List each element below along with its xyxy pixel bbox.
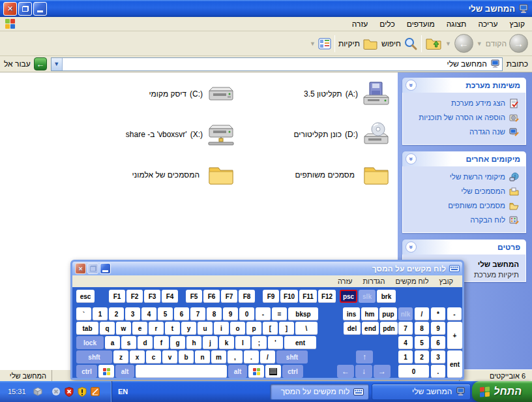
- osk-key-windows-key-right[interactable]: [248, 365, 264, 378]
- search-button[interactable]: חיפוש: [381, 37, 418, 51]
- osk-key-9[interactable]: 9: [223, 307, 238, 320]
- osk-key-3[interactable]: 3: [125, 307, 140, 320]
- osk-key-5[interactable]: 5: [158, 307, 173, 320]
- osk-key-numpad-multiply[interactable]: *: [431, 307, 445, 320]
- drive-x-item[interactable]: (X:) 'vboxsvr' ב- share: [81, 122, 236, 147]
- osk-key-numpad-0[interactable]: 0: [398, 365, 429, 378]
- osk-key-home[interactable]: hm: [361, 307, 378, 320]
- osk-key-numpad-minus[interactable]: -: [447, 307, 462, 320]
- osk-key-j[interactable]: j: [203, 336, 218, 349]
- forward-dropdown-icon[interactable]: ▼: [445, 40, 451, 47]
- hidden-notification-icon[interactable]: [51, 386, 61, 397]
- osk-key-F2[interactable]: F2: [126, 290, 143, 303]
- menu-view[interactable]: תצוגה: [441, 18, 473, 31]
- osk-key-numpad-4[interactable]: 4: [398, 336, 413, 349]
- osk-key-t[interactable]: t: [165, 322, 180, 335]
- osk-key-quote[interactable]: ': [268, 336, 283, 349]
- osk-key-o[interactable]: o: [230, 322, 245, 335]
- osk-key-x[interactable]: x: [130, 350, 145, 363]
- osk-key-numpad-dot[interactable]: .: [431, 365, 445, 378]
- osk-key-alt-right[interactable]: alt: [228, 365, 247, 378]
- osk-key-m[interactable]: m: [211, 350, 226, 363]
- osk-key-arrow-up[interactable]: ↑: [356, 350, 373, 363]
- osk-key-7[interactable]: 7: [190, 307, 205, 320]
- osk-key-z[interactable]: z: [113, 350, 128, 363]
- osk-key-arrow-left[interactable]: ←: [337, 365, 354, 378]
- menu-edit[interactable]: עריכה: [472, 18, 503, 31]
- osk-key-4[interactable]: 4: [141, 307, 156, 320]
- osk-key-arrow-right[interactable]: →: [374, 365, 391, 378]
- osk-key-numpad-3[interactable]: 3: [431, 350, 445, 363]
- osk-key-1[interactable]: 1: [93, 307, 108, 320]
- menu-tools[interactable]: כלים: [374, 18, 400, 31]
- osk-key-caps-lock[interactable]: lock: [76, 336, 104, 349]
- link-shared-documents[interactable]: מסמכים משותפים: [407, 201, 519, 211]
- user-documents-item[interactable]: המסמכים של אלמוני: [81, 162, 236, 187]
- osk-key-end[interactable]: end: [362, 322, 379, 335]
- osk-menu-settings[interactable]: הגדרות: [359, 276, 389, 286]
- osk-menu-help[interactable]: עזרה: [334, 276, 356, 286]
- osk-key-numpad-2[interactable]: 2: [415, 350, 429, 363]
- osk-key-F6[interactable]: F6: [203, 290, 220, 303]
- osk-key-shift-left[interactable]: shft: [76, 350, 112, 363]
- drive-a-item[interactable]: (A:) תקליטון 3.5: [236, 82, 391, 106]
- osk-key-F7[interactable]: F7: [221, 290, 237, 303]
- security-alert-shield-icon[interactable]: [64, 386, 74, 397]
- osk-key-space[interactable]: [136, 365, 227, 378]
- osk-key-v[interactable]: v: [162, 350, 177, 363]
- osk-key-g[interactable]: g: [170, 336, 185, 349]
- task-add-remove-programs[interactable]: הוספה או הסרה של תוכניות: [407, 113, 519, 123]
- osk-key-k[interactable]: k: [219, 336, 234, 349]
- link-control-panel[interactable]: לוח הבקרה: [407, 215, 519, 225]
- osk-key-u[interactable]: u: [198, 322, 213, 335]
- minimize-icon[interactable]: [33, 2, 47, 16]
- osk-key-8[interactable]: 8: [207, 307, 222, 320]
- osk-key-insert[interactable]: ins: [343, 307, 360, 320]
- osk-key-numpad-enter[interactable]: ent: [447, 350, 462, 378]
- virtualbox-icon[interactable]: [33, 386, 43, 397]
- menu-favorites[interactable]: מועדפים: [401, 18, 441, 31]
- osk-key-equals[interactable]: =: [272, 307, 287, 320]
- back-button[interactable]: → הקודם: [486, 34, 528, 53]
- osk-key-b[interactable]: b: [179, 350, 194, 363]
- menu-file[interactable]: קובץ: [504, 18, 531, 31]
- osk-key-F5[interactable]: F5: [186, 290, 202, 303]
- address-dropdown-icon[interactable]: ▼: [52, 58, 63, 70]
- osk-key-arrow-down[interactable]: ↓: [355, 365, 372, 378]
- address-value[interactable]: המחשב שלי: [66, 59, 487, 69]
- language-indicator[interactable]: EN: [112, 388, 134, 395]
- views-button[interactable]: ▼: [310, 38, 331, 50]
- osk-menu-file[interactable]: קובץ: [436, 276, 457, 286]
- osk-key-comma[interactable]: ,: [228, 350, 243, 363]
- osk-key-semicolon[interactable]: ;: [252, 336, 267, 349]
- osk-key-F4[interactable]: F4: [162, 290, 178, 303]
- osk-key-y[interactable]: y: [181, 322, 196, 335]
- osk-key-0[interactable]: 0: [239, 307, 254, 320]
- drive-c-item[interactable]: (C:) דיסק מקומי: [81, 82, 236, 106]
- osk-key-F8[interactable]: F8: [239, 290, 255, 303]
- osk-key-backtick[interactable]: `: [76, 307, 91, 320]
- osk-key-num-lock[interactable]: nlk: [398, 307, 413, 320]
- up-button[interactable]: [425, 35, 442, 52]
- address-combo[interactable]: המחשב שלי ▼: [51, 57, 503, 71]
- osk-key-backspace[interactable]: bksp: [288, 307, 318, 320]
- osk-key-numpad-8[interactable]: 8: [415, 322, 429, 335]
- osk-key-numpad-plus[interactable]: +: [447, 322, 462, 349]
- osk-key-delete[interactable]: del: [344, 322, 361, 335]
- osk-key-i[interactable]: i: [214, 322, 229, 335]
- osk-key-esc[interactable]: esc: [76, 290, 95, 303]
- osk-menu-keyboard[interactable]: לוח מקשים: [391, 276, 432, 286]
- osk-key-numpad-6[interactable]: 6: [431, 336, 445, 349]
- osk-key-backslash[interactable]: \: [295, 322, 318, 335]
- osk-key-6[interactable]: 6: [174, 307, 189, 320]
- collapse-chevron-icon[interactable]: «: [406, 80, 417, 91]
- menu-help[interactable]: עזרה: [346, 18, 374, 31]
- start-button[interactable]: התחל: [472, 381, 532, 402]
- close-icon[interactable]: ✕: [75, 263, 86, 274]
- osk-key-break[interactable]: brk: [377, 290, 396, 303]
- osk-key-h[interactable]: h: [186, 336, 201, 349]
- osk-key-slash[interactable]: /: [260, 350, 275, 363]
- taskbar-button-osk[interactable]: לוח מקשים על המסך: [270, 384, 369, 400]
- osk-key-ctrl-left[interactable]: ctrl: [76, 365, 97, 378]
- osk-key-print-screen[interactable]: psc: [340, 290, 357, 303]
